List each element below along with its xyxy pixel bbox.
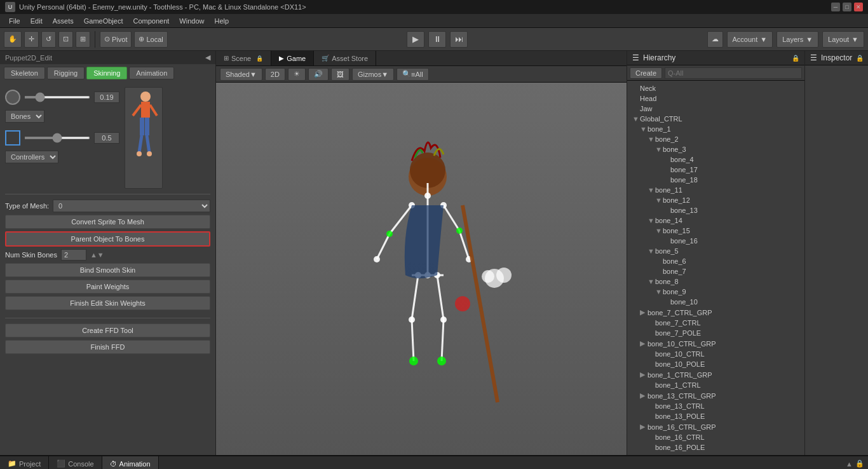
menu-assets[interactable]: Assets bbox=[48, 16, 79, 26]
tree-item[interactable]: bone_16_CTRL bbox=[627, 432, 804, 442]
pivot-button[interactable]: ⊙ Pivot bbox=[100, 31, 132, 48]
tree-item[interactable]: bone_13_CTRL bbox=[627, 401, 804, 411]
slider2[interactable] bbox=[24, 137, 90, 139]
layers-dropdown[interactable]: Layers ▼ bbox=[776, 31, 818, 48]
play-button[interactable]: ▶ bbox=[407, 31, 424, 48]
audio-icon-btn[interactable]: 🔊 bbox=[308, 68, 329, 81]
tree-item[interactable]: ▶bone_10_CTRL_GRP bbox=[627, 338, 804, 349]
search-scene-btn[interactable]: 🔍 ≡All bbox=[397, 68, 429, 81]
finish-ffd-button[interactable]: Finish FFD bbox=[5, 340, 210, 354]
sun-icon-btn[interactable]: ☀ bbox=[288, 68, 306, 81]
account-dropdown[interactable]: Account ▼ bbox=[727, 31, 773, 48]
tree-item[interactable]: ▶bone_17_CTRL_GRP bbox=[627, 452, 804, 455]
tree-item[interactable]: bone_10_CTRL bbox=[627, 349, 804, 359]
tree-item[interactable]: bone_10_POLE bbox=[627, 359, 804, 369]
finish-edit-button[interactable]: Finish Edit Skin Weights bbox=[5, 296, 210, 310]
rect-tool-button[interactable]: ⊞ bbox=[76, 31, 90, 48]
tree-item[interactable]: ▼Global_CTRL bbox=[627, 114, 804, 124]
circle-control[interactable] bbox=[5, 90, 20, 105]
pause-button[interactable]: ⏸ bbox=[428, 31, 446, 48]
close-button[interactable]: ✕ bbox=[854, 3, 863, 11]
tree-item[interactable]: ▼bone_8 bbox=[627, 276, 804, 287]
tree-item[interactable]: bone_16 bbox=[627, 236, 804, 246]
tree-item[interactable]: bone_10 bbox=[627, 297, 804, 307]
parent-object-button[interactable]: Parent Object To Bones bbox=[5, 231, 210, 247]
num-skin-bones-arrow[interactable]: ▲▼ bbox=[90, 251, 104, 259]
cloud-button[interactable]: ☁ bbox=[707, 31, 723, 48]
square-control[interactable] bbox=[5, 130, 20, 146]
tab-animation[interactable]: Animation bbox=[129, 67, 174, 79]
menu-file[interactable]: File bbox=[4, 16, 25, 26]
scene-tab[interactable]: ⊞ Scene 🔒 bbox=[216, 51, 271, 65]
menu-window[interactable]: Window bbox=[174, 16, 209, 26]
create-ffd-button[interactable]: Create FFD Tool bbox=[5, 323, 210, 337]
console-tab[interactable]: ⬛ Console bbox=[49, 456, 102, 469]
gizmos-button[interactable]: Gizmos ▼ bbox=[352, 68, 394, 81]
tree-item[interactable]: bone_7_POLE bbox=[627, 328, 804, 338]
menu-help[interactable]: Help bbox=[209, 16, 234, 26]
tab-skeleton[interactable]: Skeleton bbox=[4, 67, 45, 79]
tree-item[interactable]: ▼bone_11 bbox=[627, 185, 804, 195]
local-button[interactable]: ⊕ Local bbox=[134, 31, 167, 48]
panel-collapse-icon[interactable]: ◀ bbox=[205, 53, 210, 62]
bones-dropdown[interactable]: Bones bbox=[5, 110, 44, 123]
num-skin-bones-input[interactable] bbox=[61, 249, 86, 261]
scene-viewport[interactable] bbox=[216, 83, 627, 455]
type-of-mesh-select[interactable]: 0 bbox=[53, 200, 210, 212]
tree-item[interactable]: ▼bone_5 bbox=[627, 246, 804, 256]
tab-rigging[interactable]: Rigging bbox=[47, 67, 85, 79]
tree-item[interactable]: bone_13 bbox=[627, 205, 804, 215]
rotate-tool-button[interactable]: ↺ bbox=[41, 31, 56, 48]
tree-item[interactable]: ▼bone_3 bbox=[627, 144, 804, 154]
tree-item[interactable]: Jaw bbox=[627, 104, 804, 114]
tab-skinning[interactable]: Skinning bbox=[86, 67, 127, 79]
minimize-button[interactable]: ─ bbox=[831, 3, 840, 11]
image-icon-btn[interactable]: 🖼 bbox=[331, 68, 349, 81]
twod-button[interactable]: 2D bbox=[265, 68, 285, 81]
hierarchy-search[interactable] bbox=[665, 67, 802, 79]
menu-edit[interactable]: Edit bbox=[25, 16, 48, 26]
tree-item[interactable]: ▶bone_16_CTRL_GRP bbox=[627, 421, 804, 432]
hand-tool-button[interactable]: ✋ bbox=[4, 31, 22, 48]
step-button[interactable]: ⏭ bbox=[450, 31, 468, 48]
bind-smooth-button[interactable]: Bind Smooth Skin bbox=[5, 263, 210, 277]
tree-item[interactable]: ▼bone_15 bbox=[627, 226, 804, 236]
tree-item[interactable]: bone_16_POLE bbox=[627, 442, 804, 452]
tree-item[interactable]: bone_7 bbox=[627, 266, 804, 276]
menu-gameobject[interactable]: GameObject bbox=[79, 16, 128, 26]
tree-item[interactable]: bone_1_CTRL bbox=[627, 380, 804, 390]
menu-component[interactable]: Component bbox=[128, 16, 174, 26]
slider1[interactable] bbox=[24, 96, 90, 99]
tree-item[interactable]: bone_13_POLE bbox=[627, 411, 804, 421]
move-tool-button[interactable]: ✛ bbox=[24, 31, 39, 48]
layout-dropdown[interactable]: Layout ▼ bbox=[822, 31, 864, 48]
tree-item[interactable]: ▶bone_1_CTRL_GRP bbox=[627, 369, 804, 380]
tree-item[interactable]: bone_4 bbox=[627, 154, 804, 165]
tree-item[interactable]: ▶bone_13_CTRL_GRP bbox=[627, 390, 804, 401]
tree-item[interactable]: Head bbox=[627, 93, 804, 104]
paint-weights-button[interactable]: Paint Weights bbox=[5, 280, 210, 294]
tree-item[interactable]: ▼bone_9 bbox=[627, 287, 804, 297]
bottom-panel-collapse[interactable]: ▲ bbox=[846, 460, 853, 468]
tree-item[interactable]: ▼bone_2 bbox=[627, 134, 804, 144]
inspector-lock-icon[interactable]: 🔒 bbox=[856, 55, 864, 62]
hierarchy-lock-icon[interactable]: 🔒 bbox=[792, 55, 799, 62]
tree-item[interactable]: ▶bone_7_CTRL_GRP bbox=[627, 307, 804, 318]
tree-item[interactable]: bone_17 bbox=[627, 165, 804, 175]
animation-tab[interactable]: ⏱ Animation bbox=[102, 456, 159, 469]
tree-item[interactable]: ▼bone_1 bbox=[627, 124, 804, 134]
game-tab[interactable]: ▶ Game bbox=[271, 51, 314, 65]
tree-item[interactable]: Neck bbox=[627, 83, 804, 93]
tree-item[interactable]: ▼bone_12 bbox=[627, 195, 804, 205]
create-button[interactable]: Create bbox=[630, 67, 662, 79]
tree-item[interactable]: bone_7_CTRL bbox=[627, 318, 804, 328]
maximize-button[interactable]: □ bbox=[843, 3, 851, 11]
shaded-button[interactable]: Shaded ▼ bbox=[220, 68, 262, 81]
tree-item[interactable]: ▼bone_14 bbox=[627, 215, 804, 226]
controllers-dropdown[interactable]: Controllers bbox=[5, 151, 58, 163]
project-tab[interactable]: 📁 Project bbox=[0, 456, 49, 469]
scale-tool-button[interactable]: ⊡ bbox=[58, 31, 73, 48]
tree-item[interactable]: bone_18 bbox=[627, 175, 804, 185]
convert-sprite-button[interactable]: Convert Sprite To Mesh bbox=[5, 215, 210, 229]
asset-store-tab[interactable]: 🛒 Asset Store bbox=[314, 51, 376, 65]
